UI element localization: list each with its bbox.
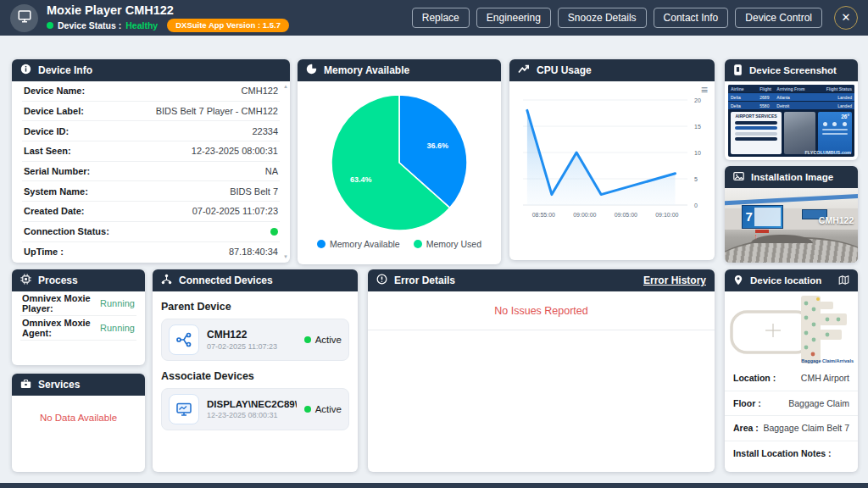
image-icon <box>733 171 744 183</box>
associate-devices-section-label: Associate Devices <box>161 370 349 382</box>
card-title: Error Details <box>394 274 455 286</box>
device-status-value: Healthy <box>125 20 158 30</box>
active-dot-icon <box>304 406 311 413</box>
weather-icon <box>823 122 827 126</box>
flight-table-row: Delta2689AtlantaLanded <box>728 92 854 101</box>
card-title: Services <box>38 379 80 391</box>
svg-text:09:05:00: 09:05:00 <box>615 212 637 218</box>
map-icon[interactable] <box>838 274 849 287</box>
info-row: UpTime :87.18:40:34 <box>22 242 280 263</box>
status-dot-icon <box>47 22 53 29</box>
card-title: Process <box>38 274 78 286</box>
card-title: Device Screenshot <box>749 65 837 75</box>
svg-text:09:10:00: 09:10:00 <box>655 212 678 218</box>
tablet-icon <box>733 64 743 77</box>
info-row: Device Name:CMH122 <box>22 81 280 102</box>
weather-widget: 26° <box>818 112 852 154</box>
info-icon <box>20 64 31 77</box>
info-row: Created Date:07-02-2025 11:07:23 <box>22 202 280 222</box>
card-device-location: Device location Baggage Claim/Arrivals L… <box>725 269 858 472</box>
process-row: Omnivex Moxie Agent:Running <box>20 316 136 341</box>
card-device-screenshot: Device Screenshot AirlineFlightArriving … <box>725 59 858 160</box>
parent-device-date: 07-02-2025 11:07:23 <box>207 342 297 351</box>
info-row: Device Label:BIDS Belt 7 Player - CMH122 <box>22 102 280 122</box>
services-empty-message: No Data Available <box>12 396 145 423</box>
flight-table-header: AirlineFlightArriving FromFlight Status <box>728 85 854 92</box>
snooze-details-button[interactable]: Snooze Details <box>558 8 647 28</box>
error-history-link[interactable]: Error History <box>643 274 706 286</box>
card-title: Device Info <box>38 64 92 76</box>
terminal-photo <box>784 112 815 154</box>
memory-pie-chart: 36.6%63.4% <box>326 90 472 236</box>
svg-text:63.4%: 63.4% <box>350 175 372 184</box>
weather-icon <box>832 122 837 126</box>
active-dot-icon <box>304 336 311 343</box>
card-title: CPU Usage <box>537 64 592 76</box>
card-title: Connected Devices <box>179 274 273 286</box>
location-row: Location :CMH Airport <box>725 366 858 391</box>
location-row: Floor :Baggage Claim <box>725 391 858 417</box>
parent-device-name: CMH122 <box>207 329 297 341</box>
app-version-badge: DXSuite App Version : 1.5.7 <box>167 19 289 32</box>
process-row: Omnivex Moxie Player:Running <box>20 291 136 316</box>
card-error-details: Error Details Error History No Issues Re… <box>368 269 715 472</box>
close-button[interactable]: ✕ <box>834 6 858 30</box>
card-memory-available: Memory Available 36.6%63.4% Memory Avail… <box>298 59 501 264</box>
card-services: Services No Data Available <box>12 374 145 472</box>
chart-menu-icon[interactable]: ≡ <box>701 85 708 95</box>
info-row: System Name:BIDS Belt 7 <box>22 181 280 202</box>
info-row: Serial Number:NA <box>22 162 280 182</box>
card-installation-image: Installation Image 7 CMH122 ↑ <box>725 166 858 263</box>
monitor-icon <box>17 8 32 27</box>
bottom-frame-strip <box>0 483 868 488</box>
install-location-notes-label: Install Location Notes : <box>725 441 858 465</box>
scroll-up-icon[interactable]: ▲ <box>283 84 288 89</box>
card-device-info: Device Info Device Name:CMH122 Device La… <box>12 59 290 263</box>
contact-info-button[interactable]: Contact Info <box>654 8 729 28</box>
svg-text:5: 5 <box>694 176 698 182</box>
device-control-button[interactable]: Device Control <box>735 8 822 28</box>
airport-services-panel: AIRPORT SERVICES <box>731 112 782 154</box>
weather-icon <box>843 122 847 126</box>
associate-device-item: DISPLAY\NEC2C89\5&3adc27db... 12-23-2025… <box>161 388 349 430</box>
page-title: Moxie Player CMH122 <box>47 3 289 17</box>
associate-device-name: DISPLAY\NEC2C89\5&3adc27db... <box>207 399 297 409</box>
svg-text:36.6%: 36.6% <box>427 141 449 150</box>
svg-text:0: 0 <box>694 202 698 208</box>
photo-overlay-label: CMH122 <box>819 215 854 225</box>
map-pin-icon <box>733 274 743 287</box>
card-title: Installation Image <box>751 172 833 182</box>
device-status-label: Device Status : <box>58 20 121 30</box>
engineering-button[interactable]: Engineering <box>476 8 551 28</box>
card-title: Device location <box>750 275 821 286</box>
error-empty-message: No Issues Reported <box>368 291 715 330</box>
display-monitor-icon <box>169 394 199 424</box>
installation-photo[interactable]: 7 CMH122 ↑ <box>725 188 858 263</box>
replace-button[interactable]: Replace <box>412 8 470 28</box>
info-row-connection-status: Connection Status: <box>22 222 280 242</box>
parent-device-section-label: Parent Device <box>161 301 349 313</box>
cpu-line-chart: 0510152008:55:0009:00:0009:05:0009:10:00 <box>509 81 715 238</box>
legend-dot-memory-used <box>414 240 422 248</box>
info-row: Last Seen:12-23-2025 08:00:31 <box>22 141 280 162</box>
toolbox-icon <box>20 379 31 391</box>
trend-line-icon <box>518 64 530 77</box>
flight-table-row: Delta5580DetroitLanded <box>728 101 854 109</box>
chip-icon <box>20 274 31 287</box>
pie-legend: Memory Available Memory Used <box>298 239 501 249</box>
airport-floor-map[interactable]: Baggage Claim/Arrivals <box>725 291 858 366</box>
associate-device-status: Active <box>315 404 342 414</box>
svg-text:09:00:00: 09:00:00 <box>573 212 596 218</box>
scroll-down-icon[interactable]: ▼ <box>283 254 288 259</box>
device-avatar <box>10 4 38 32</box>
svg-text:08:55:00: 08:55:00 <box>532 212 555 218</box>
red-annotation-icon: ↑ <box>754 232 759 241</box>
svg-text:20: 20 <box>694 97 701 103</box>
device-screenshot-image[interactable]: AirlineFlightArriving FromFlight Status … <box>728 85 854 157</box>
belt-sign-screen: 7 <box>742 205 783 228</box>
topbar: Moxie Player CMH122 Device Status : Heal… <box>0 0 868 36</box>
map-caption: Baggage Claim/Arrivals <box>801 358 854 363</box>
location-row: Area :Baggage Claim Belt 7 <box>725 416 858 441</box>
card-connected-devices: Connected Devices Parent Device CMH122 0… <box>153 269 358 472</box>
parent-device-item: CMH122 07-02-2025 11:07:23 Active <box>161 319 349 361</box>
